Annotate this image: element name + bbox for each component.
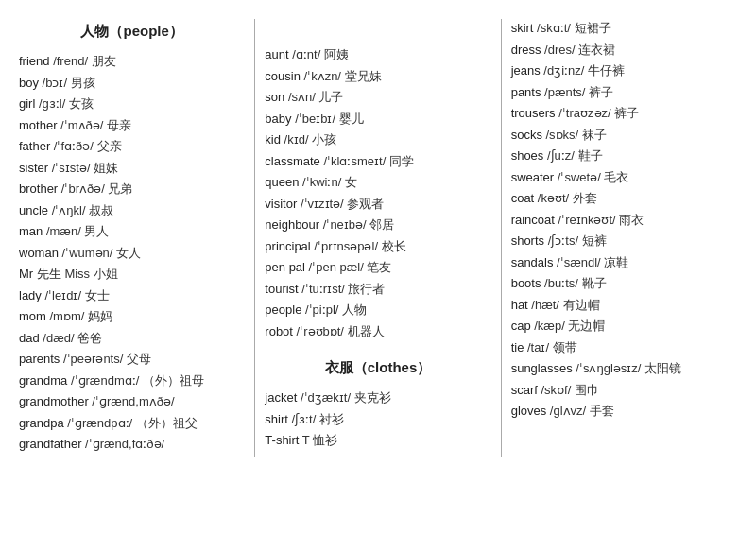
word-zh: 女: [341, 175, 357, 189]
list-item: sandals /ˈsændl/ 凉鞋: [511, 253, 737, 272]
word-term: raincoat: [511, 213, 555, 227]
word-term: lady: [19, 288, 42, 302]
word-phonetic: /buːts/: [541, 276, 577, 290]
word-term: coat: [511, 191, 535, 205]
word-phonetic: /bɔɪ/: [39, 76, 67, 90]
column-1: 人物（people）friend /frend/ 朋友boy /bɔɪ/ 男孩g…: [9, 19, 255, 457]
list-item: grandfather /ˈɡrænd,fɑːðə/: [19, 435, 245, 454]
list-item: mother /ˈmʌðə/ 母亲: [19, 116, 245, 135]
word-zh: 男人: [81, 224, 110, 238]
word-term: aunt: [265, 47, 288, 61]
word-zh: 旅行者: [345, 282, 386, 296]
word-phonetic: /ˈsʌŋgləsɪz/: [573, 361, 642, 375]
list-item: jeans /dʒiːnz/ 牛仔裤: [511, 61, 737, 80]
word-phonetic: /ˈrəʊbɒt/: [293, 324, 344, 338]
word-term: socks: [511, 128, 542, 142]
word-zh: 婴儿: [335, 112, 364, 126]
word-zh: 父亲: [94, 139, 122, 153]
section-title-1-1: 衣服（clothes）: [265, 359, 490, 377]
word-zh: 连衣裙: [576, 43, 616, 57]
word-zh: Miss 小姐: [61, 267, 118, 281]
word-term: son: [265, 90, 284, 104]
list-item: robot /ˈrəʊbɒt/ 机器人: [265, 322, 490, 341]
word-zh: 衬衫: [316, 412, 344, 426]
list-item: Mr 先生 Miss 小姐: [19, 265, 245, 284]
list-item: pants /pænts/ 裤子: [511, 83, 737, 102]
word-term: trousers: [511, 106, 556, 120]
word-term: grandpa: [19, 416, 64, 430]
word-list-1-1: jacket /ˈdʒækɪt/ 夹克衫shirt /ʃɜːt/ 衬衫T-shi…: [265, 388, 490, 450]
word-phonetic: /dæd/: [40, 331, 75, 345]
list-item: queen /ˈkwiːn/ 女: [265, 173, 490, 192]
list-item: sunglasses /ˈsʌŋgləsɪz/ 太阳镜: [511, 359, 737, 378]
word-term: baby: [265, 112, 291, 126]
word-zh: 女人: [112, 246, 141, 260]
word-zh: 裤子: [611, 106, 640, 120]
word-term: sweater: [511, 170, 555, 184]
word-zh: 堂兄妹: [341, 69, 382, 83]
word-zh: 女孩: [65, 96, 94, 111]
word-term: boots: [511, 276, 541, 290]
column-3: skirt /skɑːt/ 短裙子dress /dres/ 连衣裙jeans /…: [502, 19, 747, 457]
list-item: shorts /ʃɔːts/ 短裤: [511, 232, 737, 250]
list-item: boots /buːts/ 靴子: [511, 274, 737, 293]
word-phonetic: /skɒf/: [538, 383, 571, 397]
word-zh: 爸爸: [75, 331, 103, 345]
list-item: grandpa /ˈɡrændpɑː/ （外）祖父: [19, 414, 245, 433]
list-item: gloves /glʌvz/ 手套: [511, 402, 737, 421]
word-term: tie: [511, 340, 524, 354]
list-item: aunt /ɑːnt/ 阿姨: [265, 45, 490, 64]
list-item: T-shirt T 恤衫: [265, 431, 490, 450]
word-phonetic: /hæt/: [528, 298, 559, 312]
word-term: grandma: [19, 373, 67, 388]
word-term: friend: [19, 54, 50, 68]
word-zh: 外套: [569, 191, 597, 205]
word-zh: 袜子: [578, 128, 607, 142]
word-term: pants: [511, 85, 541, 99]
word-term: girl: [19, 96, 35, 111]
word-phonetic: /ʃuːz/: [543, 148, 575, 163]
word-phonetic: /ˈswetə/: [554, 170, 601, 184]
word-term: robot: [265, 324, 293, 338]
list-item: skirt /skɑːt/ 短裙子: [511, 19, 737, 38]
list-item: hat /hæt/ 有边帽: [511, 296, 737, 315]
word-term: hat: [511, 298, 528, 312]
word-term: gloves: [511, 404, 547, 418]
word-zh: 儿子: [316, 90, 344, 104]
word-term: cousin: [265, 69, 301, 83]
word-phonetic: /ˈɡrænd,mʌðə/: [89, 394, 175, 408]
word-phonetic: /glʌvz/: [546, 404, 586, 418]
word-phonetic: /frend/: [50, 54, 88, 68]
word-zh: 笔友: [364, 260, 392, 274]
word-zh: 短裙子: [571, 21, 611, 35]
word-phonetic: /ˈdʒækɪt/: [297, 390, 351, 405]
word-term: man: [19, 224, 43, 238]
word-term: parents: [19, 352, 60, 366]
word-term: mother: [19, 118, 57, 132]
word-phonetic: /ˈtraʊzəz/: [556, 106, 611, 120]
word-phonetic: /ˈtuːrɪst/: [299, 282, 345, 296]
word-phonetic: /ˈvɪzɪtə/: [297, 197, 343, 211]
word-zh: 母亲: [103, 118, 131, 132]
list-item: uncle /ˈʌŋkl/ 叔叔: [19, 201, 245, 220]
list-item: son /sʌn/ 儿子: [265, 88, 490, 107]
list-item: cousin /ˈkʌzn/ 堂兄妹: [265, 67, 490, 86]
word-term: grandfather: [19, 437, 82, 451]
list-item: dad /dæd/ 爸爸: [19, 329, 245, 348]
word-phonetic: /mæn/: [43, 224, 80, 238]
list-item: father /ˈfɑːðə/ 父亲: [19, 137, 245, 156]
word-phonetic: /taɪ/: [524, 340, 549, 354]
list-item: brother /ˈbrʌðə/ 兄弟: [19, 180, 245, 198]
word-term: boy: [19, 76, 39, 90]
word-phonetic: /kɪd/: [281, 132, 309, 147]
list-item: boy /bɔɪ/ 男孩: [19, 74, 245, 93]
word-term: pen pal: [265, 260, 305, 274]
word-term: T-shirt: [265, 433, 299, 447]
word-term: dad: [19, 331, 40, 345]
word-zh: 领带: [549, 340, 577, 354]
list-item: lady /ˈleɪdɪ/ 女士: [19, 286, 245, 305]
word-phonetic: /ˈbeɪbɪ/: [292, 112, 336, 126]
word-term: people: [265, 302, 301, 317]
word-term: shoes: [511, 148, 544, 163]
word-phonetic: /ˈpen pæl/: [305, 260, 364, 274]
